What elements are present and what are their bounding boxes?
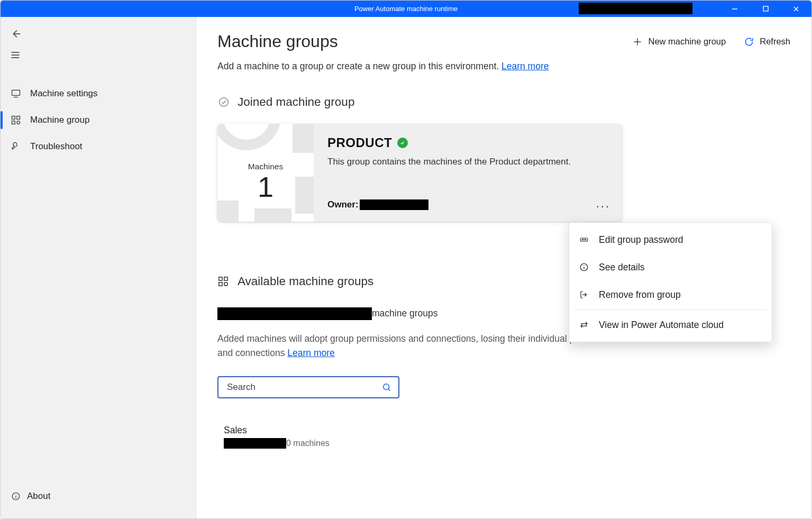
ctx-separator bbox=[574, 309, 767, 310]
sidebar-item-label: Machine settings bbox=[30, 88, 98, 99]
ctx-item-label: Remove from group bbox=[599, 289, 681, 301]
leave-icon bbox=[579, 289, 589, 300]
svg-rect-12 bbox=[12, 121, 15, 124]
group-item-meta: 0 machines bbox=[286, 439, 330, 448]
group-description: This group contains the machines of the … bbox=[327, 157, 608, 167]
ctx-edit-password[interactable]: Edit group password bbox=[569, 226, 772, 253]
sidebar: Machine settings Machine group Troublesh… bbox=[1, 17, 196, 518]
about-button[interactable]: About bbox=[1, 486, 196, 507]
svg-point-28 bbox=[583, 239, 585, 240]
search-input[interactable] bbox=[226, 381, 381, 393]
search-icon bbox=[381, 382, 392, 393]
joined-group-card: Machines 1 PRODUCT This group contains t… bbox=[217, 124, 622, 222]
ctx-item-label: View in Power Automate cloud bbox=[599, 320, 724, 331]
info-icon bbox=[11, 491, 21, 501]
search-field[interactable] bbox=[217, 376, 399, 398]
machines-count: 1 bbox=[258, 172, 273, 201]
joined-heading-text: Joined machine group bbox=[238, 95, 354, 109]
svg-point-16 bbox=[15, 494, 16, 495]
available-help-body: Added machines will adopt group permissi… bbox=[217, 333, 619, 358]
plus-icon bbox=[632, 37, 643, 47]
available-group-item[interactable]: Sales 0 machines bbox=[224, 425, 790, 449]
subtext-text: Add a machine to a group or create a new… bbox=[217, 61, 501, 71]
ctx-view-cloud[interactable]: View in Power Automate cloud bbox=[569, 311, 772, 339]
svg-point-29 bbox=[585, 239, 586, 240]
svg-point-24 bbox=[384, 384, 389, 390]
ctx-item-label: See details bbox=[599, 262, 645, 273]
minimize-button[interactable] bbox=[719, 1, 750, 17]
svg-rect-1 bbox=[763, 6, 768, 11]
joined-group-heading: Joined machine group bbox=[217, 95, 790, 109]
close-button[interactable] bbox=[781, 1, 811, 17]
new-machine-group-button[interactable]: New machine group bbox=[632, 37, 726, 47]
available-sub-post: machine groups bbox=[372, 308, 438, 318]
sidebar-item-machine-group[interactable]: Machine group bbox=[1, 107, 196, 133]
info-icon bbox=[579, 262, 589, 272]
card-tile: Machines 1 bbox=[217, 124, 314, 222]
svg-point-13 bbox=[17, 121, 20, 124]
about-label: About bbox=[27, 491, 50, 502]
new-group-label: New machine group bbox=[648, 37, 726, 47]
svg-rect-10 bbox=[12, 116, 15, 120]
hamburger-button[interactable] bbox=[1, 44, 196, 66]
refresh-label: Refresh bbox=[760, 37, 790, 47]
ctx-see-details[interactable]: See details bbox=[569, 253, 772, 281]
svg-rect-8 bbox=[12, 90, 20, 95]
sidebar-item-label: Machine group bbox=[30, 115, 89, 125]
ctx-item-label: Edit group password bbox=[599, 234, 683, 245]
window-controls bbox=[719, 1, 811, 17]
svg-point-32 bbox=[583, 265, 584, 266]
learn-more-link[interactable]: Learn more bbox=[501, 61, 549, 71]
machines-label: Machines bbox=[248, 162, 283, 171]
svg-rect-21 bbox=[224, 277, 227, 280]
sidebar-item-label: Troubleshoot bbox=[30, 141, 83, 152]
svg-rect-11 bbox=[17, 116, 20, 120]
group-item-name: Sales bbox=[224, 425, 790, 436]
status-ok-badge bbox=[397, 138, 408, 148]
wrench-icon bbox=[10, 141, 22, 152]
svg-point-19 bbox=[220, 98, 229, 107]
group-name: PRODUCT bbox=[327, 135, 392, 150]
owner-redacted bbox=[360, 199, 428, 210]
machine-group-icon bbox=[10, 114, 22, 126]
title-bar: Power Automate machine runtime bbox=[1, 1, 811, 17]
machine-group-icon bbox=[217, 276, 229, 287]
svg-line-25 bbox=[388, 389, 390, 391]
context-menu: Edit group password See details Remove f… bbox=[569, 222, 772, 342]
svg-rect-20 bbox=[219, 277, 222, 280]
owner-label: Owner: bbox=[327, 199, 359, 210]
page-subtext: Add a machine to a group or create a new… bbox=[217, 61, 790, 72]
check-circle-icon bbox=[217, 96, 230, 108]
refresh-icon bbox=[744, 37, 754, 47]
password-icon bbox=[579, 234, 589, 245]
svg-point-23 bbox=[224, 283, 227, 286]
refresh-button[interactable]: Refresh bbox=[744, 37, 790, 47]
sidebar-item-troubleshoot[interactable]: Troubleshoot bbox=[1, 133, 196, 160]
environment-redacted bbox=[217, 307, 372, 320]
monitor-icon bbox=[10, 88, 22, 99]
back-button[interactable] bbox=[1, 23, 196, 44]
available-heading-text: Available machine groups bbox=[238, 275, 373, 288]
page-title: Machine groups bbox=[217, 32, 338, 51]
maximize-button[interactable] bbox=[750, 1, 781, 17]
svg-rect-22 bbox=[219, 283, 222, 286]
group-item-owner-redacted bbox=[224, 438, 286, 449]
swap-icon bbox=[579, 320, 589, 330]
user-redacted bbox=[579, 3, 692, 14]
app-shell: Machine settings Machine group Troublesh… bbox=[1, 17, 811, 518]
available-learn-more-link[interactable]: Learn more bbox=[287, 348, 335, 358]
more-options-button[interactable]: ··· bbox=[596, 203, 610, 209]
svg-point-27 bbox=[582, 239, 583, 240]
ctx-remove-from-group[interactable]: Remove from group bbox=[569, 281, 772, 308]
app-title: Power Automate machine runtime bbox=[354, 5, 458, 13]
sidebar-item-machine-settings[interactable]: Machine settings bbox=[1, 80, 196, 107]
